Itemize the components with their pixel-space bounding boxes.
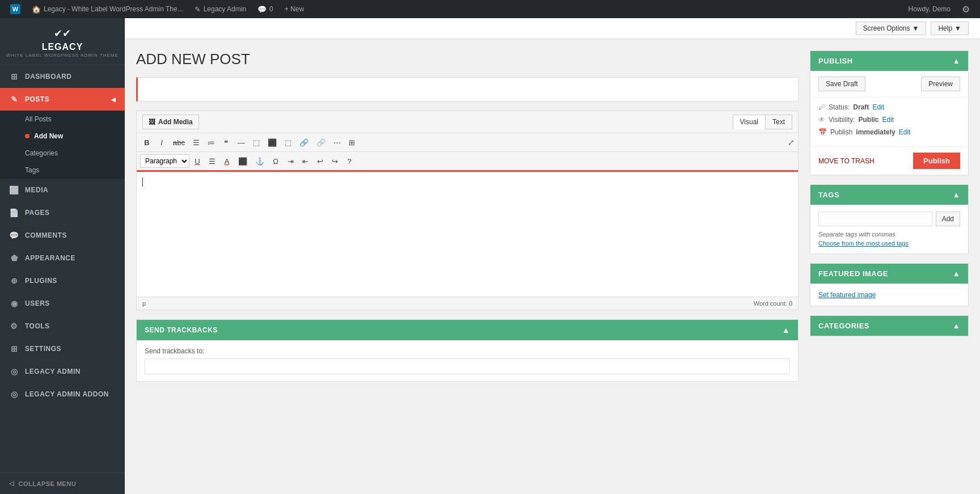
preview-button[interactable]: Preview (921, 77, 960, 91)
status-edit-link[interactable]: Edit (872, 103, 884, 111)
bold-button[interactable]: B (140, 136, 154, 149)
publish-time-edit-link[interactable]: Edit (899, 128, 911, 136)
top-bar-right: Howdy, Demo ⚙ (903, 0, 975, 18)
plugins-icon: ⊕ (9, 276, 19, 286)
help-toolbar-button[interactable]: ? (343, 154, 356, 168)
submenu-add-new[interactable]: Add New (0, 128, 125, 145)
undo-button[interactable]: ↩ (313, 154, 327, 168)
visibility-value: Public (858, 116, 878, 124)
right-sidebar: PUBLISH ▲ Save Draft Preview 🖊 Status: D… (810, 50, 969, 483)
sidebar-item-media[interactable]: ⬜ MEDIA (0, 179, 125, 201)
sidebar-item-label: COMMENTS (25, 231, 67, 239)
outdent-button[interactable]: ⇤ (298, 154, 312, 168)
publish-button[interactable]: Publish (913, 153, 960, 169)
tags-add-button[interactable]: Add (936, 212, 960, 226)
visibility-edit-link[interactable]: Edit (882, 116, 894, 124)
editor-body[interactable] (137, 172, 798, 297)
italic-button[interactable]: I (155, 136, 168, 149)
font-color-button[interactable]: A (220, 154, 234, 168)
sidebar-item-label: DASHBOARD (25, 73, 72, 81)
gear-button[interactable]: ⚙ (956, 0, 975, 18)
sidebar-item-plugins[interactable]: ⊕ PLUGINS (0, 269, 125, 292)
choose-tags-link[interactable]: Choose from the most used tags (818, 240, 960, 247)
sidebar-item-label: LEGACY ADMIN ADDON (25, 390, 109, 398)
align-right-button[interactable]: ⬚ (281, 136, 295, 149)
publish-title: PUBLISH (818, 57, 853, 65)
sidebar-item-settings[interactable]: ⊞ SETTINGS (0, 337, 125, 360)
hrule-button[interactable]: — (234, 136, 248, 149)
trackbacks-content: Send trackbacks to: (137, 340, 798, 381)
sidebar-nav: ⊞ DASHBOARD ✎ POSTS ◀ All Posts Add New … (0, 65, 125, 472)
sidebar-item-legacy-admin[interactable]: ◎ LEGACY ADMIN (0, 360, 125, 383)
table-button[interactable]: ⊞ (345, 136, 359, 149)
featured-image-toggle-icon: ▲ (953, 269, 960, 278)
posts-icon: ✎ (9, 94, 19, 104)
tags-header[interactable]: TAGS ▲ (810, 185, 968, 205)
save-draft-button[interactable]: Save Draft (818, 77, 865, 91)
categories-header[interactable]: CATEGORIES ▲ (810, 316, 968, 336)
indent-button[interactable]: ⇥ (284, 154, 297, 168)
submenu-categories[interactable]: Categories (0, 145, 125, 162)
tags-toggle-icon: ▲ (953, 191, 960, 199)
align-center-button[interactable]: ⬛ (264, 136, 280, 149)
ordered-list-button[interactable]: ≔ (204, 136, 218, 149)
text-tab[interactable]: Text (765, 115, 792, 129)
sidebar-item-appearance[interactable]: ⬟ APPEARANCE (0, 247, 125, 269)
visual-tab[interactable]: Visual (733, 115, 765, 129)
status-row: 🖊 Status: Draft Edit (818, 103, 960, 111)
sidebar-item-label: APPEARANCE (25, 254, 75, 262)
underline-button[interactable]: U (191, 154, 204, 168)
sidebar-item-dashboard[interactable]: ⊞ DASHBOARD (0, 65, 125, 88)
featured-image-header[interactable]: FEATURED IMAGE ▲ (810, 264, 968, 284)
set-featured-image-link[interactable]: Set featured image (818, 291, 876, 299)
editor-tabs: Visual Text (733, 115, 792, 129)
trackbacks-toggle-icon: ▲ (782, 326, 790, 335)
wp-logo-btn[interactable]: W (5, 0, 26, 18)
help-button[interactable]: Help ▼ (931, 22, 969, 35)
unordered-list-button[interactable]: ☰ (189, 136, 203, 149)
publish-time-row: 📅 Publish immediately Edit (818, 128, 960, 136)
sidebar-item-tools[interactable]: ⚙ TOOLS (0, 315, 125, 337)
post-title-input[interactable] (136, 77, 799, 102)
align-left-button[interactable]: ⬚ (250, 136, 263, 149)
move-to-trash-button[interactable]: MOVE TO TRASH (818, 157, 875, 165)
sidebar-item-comments[interactable]: 💬 COMMENTS (0, 224, 125, 247)
trackbacks-header[interactable]: SEND TRACKBACKS ▲ (137, 320, 798, 340)
screen-options-button[interactable]: Screen Options ▼ (856, 22, 927, 35)
add-media-button[interactable]: 🖼 Add Media (142, 115, 199, 129)
sidebar-item-label: MEDIA (25, 186, 48, 194)
read-more-button[interactable]: ⋯ (330, 136, 344, 149)
legacy-admin-link[interactable]: ✎ Legacy Admin (189, 0, 252, 18)
expand-button[interactable]: ⤢ (788, 138, 795, 147)
featured-image-content: Set featured image (810, 284, 968, 306)
publish-box: PUBLISH ▲ Save Draft Preview 🖊 Status: D… (810, 50, 969, 175)
sidebar-item-posts[interactable]: ✎ POSTS ◀ (0, 88, 125, 111)
link-button[interactable]: 🔗 (296, 136, 312, 149)
sidebar-item-pages[interactable]: 📄 PAGES (0, 201, 125, 224)
media-icon-button[interactable]: ⬛ (235, 154, 251, 168)
screen-options-bar: Screen Options ▼ Help ▼ (125, 18, 980, 39)
sidebar-item-legacy-addon[interactable]: ◎ LEGACY ADMIN ADDON (0, 383, 125, 406)
categories-box: CATEGORIES ▲ (810, 315, 969, 336)
anchor-button[interactable]: ⚓ (252, 154, 268, 168)
tags-input[interactable] (818, 212, 932, 226)
site-name-link[interactable]: 🏠 Legacy - White Label WordPress Admin T… (26, 0, 189, 18)
users-icon: ◉ (9, 298, 19, 309)
sidebar-item-users[interactable]: ◉ USERS (0, 292, 125, 315)
submenu-tags[interactable]: Tags (0, 162, 125, 179)
collapse-menu[interactable]: ◁ COLLAPSE MENU (0, 472, 125, 494)
blockquote-button[interactable]: ❝ (219, 136, 233, 149)
trackback-input[interactable] (145, 358, 790, 374)
comments-link[interactable]: 💬 0 (252, 0, 279, 18)
editor-path: p (142, 300, 146, 307)
submenu-all-posts[interactable]: All Posts (0, 111, 125, 128)
redo-button[interactable]: ↪ (328, 154, 341, 168)
unlink-button[interactable]: 🔗 (313, 136, 329, 149)
publish-header[interactable]: PUBLISH ▲ (810, 51, 968, 71)
new-link[interactable]: + New (279, 0, 310, 18)
paragraph-select[interactable]: Paragraph (140, 154, 189, 168)
strikethrough-button[interactable]: abc (170, 136, 188, 149)
special-char-button[interactable]: Ω (269, 154, 282, 168)
logo-check: ✔✔ (54, 27, 71, 40)
align-justify-button[interactable]: ☰ (205, 154, 219, 168)
